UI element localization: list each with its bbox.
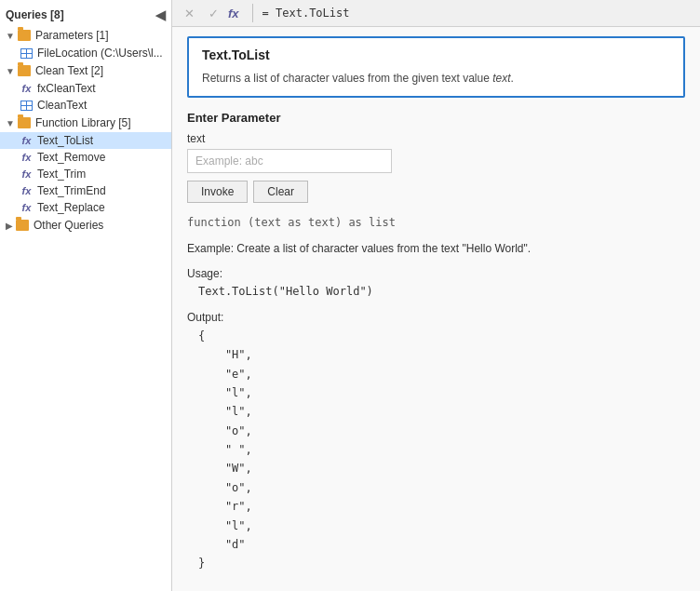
function-description: Returns a list of character values from … [202, 70, 670, 87]
arrow-icon: ▼ [6, 31, 15, 41]
invoke-button[interactable]: Invoke [187, 181, 248, 203]
fx-icon: fx [228, 7, 239, 20]
output-line: "e", [198, 365, 685, 383]
formula-bar: ✕ ✓ fx [172, 0, 700, 27]
fx-icon: fx [20, 202, 33, 213]
output-line: } [198, 554, 685, 572]
keyword-text: text [492, 72, 510, 85]
sidebar-title: Queries [8] [6, 8, 64, 21]
param-label-text: text [187, 132, 685, 145]
example-section: Example: Create a list of character valu… [187, 240, 685, 573]
sidebar-item-cleantext[interactable]: CleanText [0, 97, 171, 114]
formula-input[interactable] [262, 7, 693, 20]
sidebar-item-text-replace[interactable]: fx Text_Replace [0, 199, 171, 216]
main-area: ✕ ✓ fx Text.ToList Returns a list of cha… [172, 0, 700, 591]
sidebar-item-label: Text_ToList [37, 134, 93, 147]
arrow-icon: ▶ [6, 221, 13, 231]
output-label: Output: [187, 309, 685, 327]
output-line: { [198, 327, 685, 345]
sidebar-item-text-trim[interactable]: fx Text_Trim [0, 166, 171, 182]
sidebar-item-label: Text_Replace [37, 201, 105, 214]
group-label-parameters: Parameters [1] [35, 29, 109, 42]
group-label-cleantext: Clean Text [2] [35, 64, 103, 77]
sidebar-item-label: Text_TrimEnd [37, 184, 106, 197]
fx-icon: fx [20, 152, 33, 163]
sidebar-group-otherqueries: ▶ Other Queries [0, 216, 171, 235]
fx-icon: fx [20, 168, 33, 180]
folder-icon [18, 117, 31, 128]
sidebar-group-functionlibrary: ▼ Function Library [5] fx Text_ToList fx… [0, 114, 171, 216]
sidebar-group-cleantext-header[interactable]: ▼ Clean Text [2] [0, 61, 171, 80]
sidebar-item-label: Text_Trim [37, 168, 86, 181]
sidebar-header: Queries [8] ◀ [0, 4, 171, 26]
formula-separator [252, 4, 253, 22]
sidebar-group-parameters-header[interactable]: ▼ Parameters [1] [0, 26, 171, 45]
output-line: "l", [198, 383, 685, 402]
clear-button[interactable]: Clear [253, 181, 308, 203]
sidebar-item-label: Text_Remove [37, 151, 105, 164]
sidebar-item-text-remove[interactable]: fx Text_Remove [0, 149, 171, 166]
output-line: "H", [198, 345, 685, 364]
group-label-otherqueries: Other Queries [34, 219, 103, 232]
usage-code: Text.ToList("Hello World") [198, 283, 685, 301]
sidebar-item-label: fxCleanText [37, 82, 96, 95]
output-line: "o", [198, 478, 685, 497]
usage-label: Usage: [187, 265, 685, 283]
cancel-formula-button[interactable]: ✕ [180, 4, 198, 22]
fx-icon: fx [20, 83, 33, 94]
sidebar: Queries [8] ◀ ▼ Parameters [1] FileLocat… [0, 0, 172, 591]
sidebar-group-cleantext: ▼ Clean Text [2] fx fxCleanText CleanTex… [0, 61, 171, 114]
sidebar-item-text-trimend[interactable]: fx Text_TrimEnd [0, 182, 171, 199]
folder-icon [16, 220, 29, 231]
output-line: "l", [198, 402, 685, 421]
sidebar-group-functionlibrary-header[interactable]: ▼ Function Library [5] [0, 114, 171, 132]
output-line: "l", [198, 517, 685, 535]
content-area: Text.ToList Returns a list of character … [172, 27, 700, 591]
output-line: "d" [198, 535, 685, 554]
param-input-text[interactable] [187, 149, 392, 173]
output-line: "r", [198, 497, 685, 516]
sidebar-group-otherqueries-header[interactable]: ▶ Other Queries [0, 216, 171, 235]
table-icon [20, 48, 33, 59]
sidebar-item-text-tolist[interactable]: fx Text_ToList [0, 132, 171, 149]
function-signature: function (text as text) as list [187, 216, 685, 229]
output-line: " ", [198, 440, 685, 459]
function-info-box: Text.ToList Returns a list of character … [187, 36, 685, 98]
sidebar-collapse-button[interactable]: ◀ [155, 7, 166, 22]
arrow-icon: ▼ [6, 118, 15, 128]
arrow-icon: ▼ [6, 66, 15, 76]
folder-icon [18, 30, 31, 41]
fx-icon: fx [20, 185, 33, 196]
group-label-functionlibrary: Function Library [5] [35, 116, 131, 129]
fx-icon: fx [20, 135, 33, 146]
confirm-formula-button[interactable]: ✓ [204, 4, 222, 22]
sidebar-item-fxcleantext[interactable]: fx fxCleanText [0, 80, 171, 97]
folder-icon [18, 65, 31, 76]
sidebar-item-label: FileLocation (C:\Users\l... [37, 47, 163, 60]
output-line: "o", [198, 422, 685, 440]
output-block: { "H", "e", "l", "l", "o", " ", "W", "o"… [198, 327, 685, 573]
output-line: "W", [198, 459, 685, 477]
table-icon [20, 101, 33, 111]
sidebar-item-filelocation[interactable]: FileLocation (C:\Users\l... [0, 45, 171, 61]
enter-parameter-title: Enter Parameter [187, 111, 685, 125]
function-title: Text.ToList [202, 47, 670, 62]
sidebar-group-parameters: ▼ Parameters [1] FileLocation (C:\Users\… [0, 26, 171, 61]
example-title: Example: Create a list of character valu… [187, 240, 685, 258]
sidebar-item-label: CleanText [37, 99, 87, 112]
button-row: Invoke Clear [187, 181, 685, 203]
